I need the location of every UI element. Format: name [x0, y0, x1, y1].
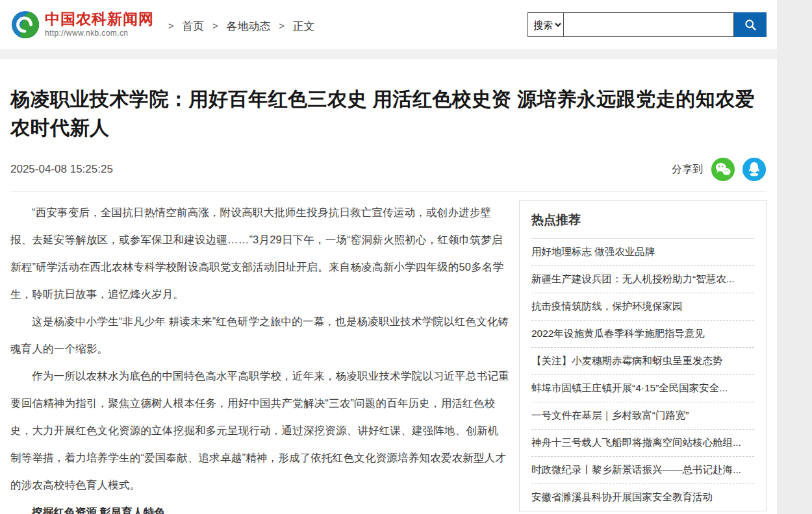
article-paragraph: 作为一所以农林水为底色的中国特色高水平高职学校，近年来，杨凌职业技术学院以习近平…	[10, 362, 509, 498]
list-item[interactable]: 抗击疫情筑防线，保护环境保家园	[531, 293, 754, 321]
share-label: 分享到	[672, 163, 703, 177]
list-item[interactable]: 神舟十三号载人飞船即将撤离空间站核心舱组...	[531, 430, 754, 457]
list-item[interactable]: 一号文件在基层｜乡村致富“门路宽”	[531, 402, 754, 430]
site-logo-icon	[10, 10, 40, 40]
page: 中国农科新闻网 http://www.nkb.com.cn > 首页 > 各地动…	[0, 0, 777, 514]
share-bar: 分享到	[672, 157, 767, 182]
breadcrumb-section[interactable]: 各地动态	[226, 19, 270, 34]
list-item[interactable]: 蚌埠市固镇王庄镇开展“4·15”全民国家安全...	[531, 375, 754, 402]
list-item[interactable]: 【关注】小麦穗期赤霉病和蚜虫呈重发态势	[531, 348, 754, 375]
site-logo[interactable]: 中国农科新闻网 http://www.nkb.com.cn	[10, 10, 154, 40]
header-divider-band	[0, 49, 777, 59]
breadcrumb-separator: >	[279, 21, 284, 31]
list-item[interactable]: 时政微纪录丨黎乡新景话振兴——总书记赴海...	[531, 457, 754, 484]
breadcrumb-separator: >	[168, 21, 173, 31]
hot-recommendations-panel: 热点推荐 用好地理标志 做强农业品牌 新疆生产建设兵团：无人机授粉助力“智慧农.…	[519, 200, 767, 511]
site-url: http://www.nkb.com.cn	[45, 29, 154, 38]
search-box: 搜索	[527, 12, 767, 37]
list-item[interactable]: 2022年设施黄瓜春季科学施肥指导意见	[531, 321, 754, 348]
article-date: 2025-04-08 15:25:25	[10, 163, 113, 176]
breadcrumb: > 首页 > 各地动态 > 正文	[168, 19, 315, 34]
list-item[interactable]: 新疆生产建设兵团：无人机授粉助力“智慧农...	[531, 266, 754, 293]
search-icon	[744, 18, 757, 32]
article-paragraph: 这是杨凌中小学生“非凡少年 耕读未来”红色研学之旅中的一幕，也是杨凌职业技术学院…	[10, 308, 509, 362]
breadcrumb-home[interactable]: 首页	[182, 19, 204, 34]
site-title: 中国农科新闻网	[45, 12, 154, 27]
breadcrumb-current: 正文	[293, 19, 315, 34]
main-content: 杨凌职业技术学院：用好百年红色三农史 用活红色校史资 源培养永远跟党走的知农爱农…	[0, 85, 777, 514]
article-meta-row: 2025-04-08 15:25:25 分享到	[10, 157, 767, 182]
breadcrumb-separator: >	[212, 21, 218, 31]
list-item[interactable]: 用好地理标志 做强农业品牌	[531, 239, 754, 266]
search-button[interactable]	[734, 12, 767, 37]
qq-share-icon[interactable]	[742, 157, 767, 182]
article-body: “西安事变后，全国抗日热情空前高涨，附设高职大批师生投身抗日救亡宣传运动，或创办…	[10, 192, 509, 514]
list-item[interactable]: 安徽省濉溪县科协开展国家安全教育活动	[531, 484, 754, 511]
article-subheading: 挖掘红色资源 彰显育人特色	[10, 498, 509, 514]
search-scope-select[interactable]: 搜索	[527, 12, 564, 37]
site-header: 中国农科新闻网 http://www.nkb.com.cn > 首页 > 各地动…	[0, 0, 777, 49]
site-logo-text: 中国农科新闻网 http://www.nkb.com.cn	[45, 12, 154, 37]
hot-recommendations-list: 用好地理标志 做强农业品牌 新疆生产建设兵团：无人机授粉助力“智慧农... 抗击…	[531, 239, 754, 511]
search-input[interactable]	[564, 12, 734, 37]
article-paragraph: “西安事变后，全国抗日热情空前高涨，附设高职大批师生投身抗日救亡宣传运动，或创办…	[10, 199, 509, 308]
article-title: 杨凌职业技术学院：用好百年红色三农史 用活红色校史资 源培养永远跟党走的知农爱农…	[10, 85, 767, 141]
content-columns: “西安事变后，全国抗日热情空前高涨，附设高职大批师生投身抗日救亡宣传运动，或创办…	[10, 192, 767, 514]
hot-recommendations-title: 热点推荐	[531, 201, 754, 239]
wechat-share-icon[interactable]	[711, 157, 735, 182]
